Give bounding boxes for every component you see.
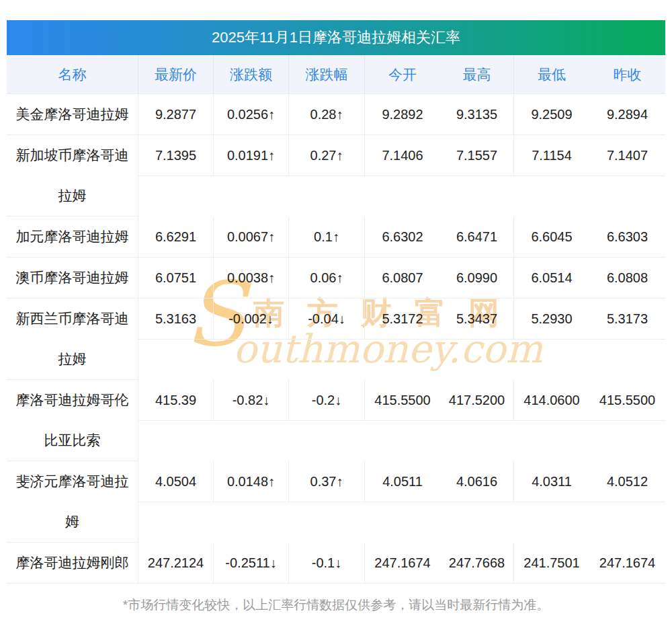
table-row: 摩洛哥迪拉姆哥伦 比亚比索 415.39 -0.82↓ -0.2↓ 415.55… [7,380,665,461]
latest-price-cell: 4.0504 [138,461,214,502]
high-price-cell: 6.0990 [440,258,514,298]
table-body: 美金摩洛哥迪拉姆 9.2877 0.0256↑ 0.28↑ 9.2892 9.3… [7,94,665,584]
change-amount-cell: 0.0191↑ [214,135,289,175]
change-percent-cell: 0.28↑ [289,94,365,134]
open-price-cell: 7.1406 [365,135,440,175]
change-amount-cell: -0.002↓ [214,299,289,339]
prev-close-cell: 6.0808 [589,258,665,298]
latest-price-cell: 7.1395 [138,135,214,175]
currency-name-cell: 新加坡币摩洛哥迪 拉姆 [7,135,138,216]
currency-name-cell: 美金摩洛哥迪拉姆 [7,94,138,135]
low-price-cell: 5.2930 [514,299,589,339]
open-price-cell: 415.5500 [365,380,440,420]
high-price-cell: 5.3437 [440,299,514,339]
table-row: 新加坡币摩洛哥迪 拉姆 7.1395 0.0191↑ 0.27↑ 7.1406 … [7,135,665,216]
header-cell-change: 涨跌额 [214,55,289,93]
high-price-cell: 4.0616 [440,461,514,502]
header-cell-low: 最低 [514,55,589,93]
open-price-cell: 9.2892 [365,94,440,134]
latest-price-cell: 415.39 [138,380,214,420]
change-percent-cell: -0.2↓ [289,380,365,420]
change-percent-cell: 0.1↑ [289,216,365,257]
open-price-cell: 247.1674 [365,543,440,583]
table-row: 摩洛哥迪拉姆刚郎 247.2124 -0.2511↓ -0.1↓ 247.167… [7,543,665,584]
row-filler [138,421,665,461]
header-cell-prev-close: 昨收 [589,55,665,93]
disclaimer-note: *市场行情变化较快，以上汇率行情数据仅供参考，请以当时最新行情为准。 [7,596,665,615]
change-amount-cell: -0.2511↓ [214,543,289,583]
prev-close-cell: 415.5500 [589,380,665,420]
currency-name-cell: 摩洛哥迪拉姆哥伦 比亚比索 [7,380,138,461]
change-amount-cell: 0.0256↑ [214,94,289,134]
header-cell-latest: 最新价 [138,55,214,93]
open-price-cell: 4.0511 [365,461,440,502]
currency-name-cell: 摩洛哥迪拉姆刚郎 [7,543,138,584]
table-header-row: 名称最新价涨跌额涨跌幅今开最高最低昨收 [7,55,665,94]
prev-close-cell: 7.1407 [589,135,665,175]
header-cell-open: 今开 [365,55,440,93]
change-amount-cell: -0.82↓ [214,380,289,420]
low-price-cell: 6.6045 [514,216,589,257]
table-row: 美金摩洛哥迪拉姆 9.2877 0.0256↑ 0.28↑ 9.2892 9.3… [7,94,665,135]
low-price-cell: 6.0514 [514,258,589,298]
open-price-cell: 6.0807 [365,258,440,298]
header-cell-change-pct: 涨跌幅 [289,55,365,93]
high-price-cell: 7.1557 [440,135,514,175]
table-row: 澳币摩洛哥迪拉姆 6.0751 0.0038↑ 0.06↑ 6.0807 6.0… [7,258,665,299]
change-percent-cell: -0.1↓ [289,543,365,583]
row-filler [138,502,665,543]
latest-price-cell: 5.3163 [138,299,214,339]
latest-price-cell: 6.0751 [138,258,214,298]
header-cell-name: 名称 [7,55,138,93]
open-price-cell: 6.6302 [365,216,440,257]
currency-name-cell: 斐济元摩洛哥迪拉 姆 [7,461,138,543]
currency-name-cell: 新西兰币摩洛哥迪 拉姆 [7,299,138,380]
open-price-cell: 5.3172 [365,299,440,339]
latest-price-cell: 9.2877 [138,94,214,134]
row-filler [138,176,665,216]
table-row: 加元摩洛哥迪拉姆 6.6291 0.0067↑ 0.1↑ 6.6302 6.64… [7,216,665,258]
prev-close-cell: 6.6303 [589,216,665,257]
change-amount-cell: 0.0067↑ [214,216,289,257]
high-price-cell: 417.5200 [440,380,514,420]
high-price-cell: 9.3135 [440,94,514,134]
change-percent-cell: 0.27↑ [289,135,365,175]
exchange-rate-page: 2025年11月1日摩洛哥迪拉姆相关汇率 S 南方财富网 outhmoney.c… [7,20,665,615]
prev-close-cell: 5.3173 [589,299,665,339]
currency-name-cell: 加元摩洛哥迪拉姆 [7,216,138,258]
high-price-cell: 6.6471 [440,216,514,257]
low-price-cell: 4.0311 [514,461,589,502]
prev-close-cell: 247.1674 [589,543,665,583]
table-row: 斐济元摩洛哥迪拉 姆 4.0504 0.0148↑ 0.37↑ 4.0511 4… [7,461,665,543]
low-price-cell: 9.2509 [514,94,589,134]
currency-name-cell: 澳币摩洛哥迪拉姆 [7,258,138,299]
prev-close-cell: 4.0512 [589,461,665,502]
rates-table: 名称最新价涨跌额涨跌幅今开最高最低昨收 美金摩洛哥迪拉姆 9.2877 0.02… [7,55,665,584]
low-price-cell: 241.7501 [514,543,589,583]
table-row: 新西兰币摩洛哥迪 拉姆 5.3163 -0.002↓ -0.04↓ 5.3172… [7,299,665,380]
latest-price-cell: 247.2124 [138,543,214,583]
latest-price-cell: 6.6291 [138,216,214,257]
change-percent-cell: 0.06↑ [289,258,365,298]
page-title: 2025年11月1日摩洛哥迪拉姆相关汇率 [212,29,460,46]
row-filler [138,340,665,380]
change-amount-cell: 0.0148↑ [214,461,289,502]
change-percent-cell: 0.37↑ [289,461,365,502]
prev-close-cell: 9.2894 [589,94,665,134]
low-price-cell: 7.1154 [514,135,589,175]
header-cell-high: 最高 [440,55,514,93]
high-price-cell: 247.7668 [440,543,514,583]
change-amount-cell: 0.0038↑ [214,258,289,298]
change-percent-cell: -0.04↓ [289,299,365,339]
table-title-banner: 2025年11月1日摩洛哥迪拉姆相关汇率 [7,20,665,55]
low-price-cell: 414.0600 [514,380,589,420]
